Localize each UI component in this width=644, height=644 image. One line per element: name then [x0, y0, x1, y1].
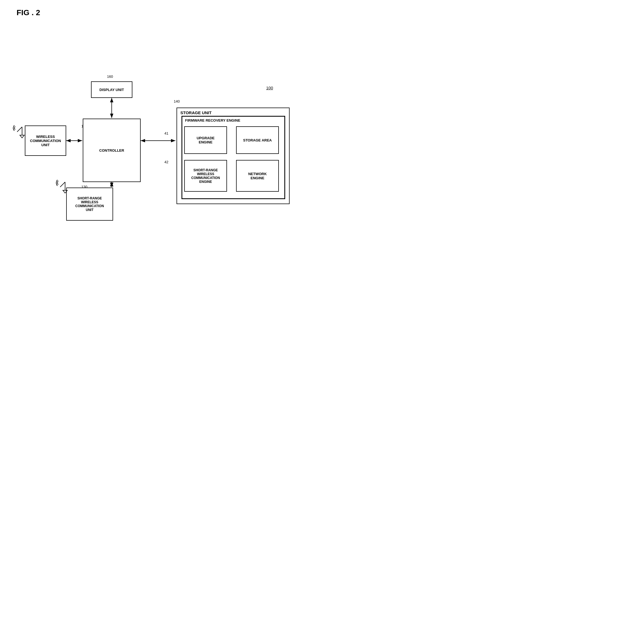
display-unit-box: DISPLAY UNIT	[91, 81, 132, 98]
ref-140: 140	[174, 99, 180, 103]
diagram: FIG . 2 100 160 110 120 130 140 40 41 42…	[0, 0, 303, 303]
short-range-engine-label: SHORT-RANGE WIRELESS COMMUNICATION ENGIN…	[191, 168, 220, 184]
short-range-label: SHORT-RANGE WIRELESS COMMUNICATION UNIT	[75, 196, 104, 212]
ref-100: 100	[266, 85, 273, 90]
short-range-engine-box: SHORT-RANGE WIRELESS COMMUNICATION ENGIN…	[184, 160, 227, 192]
ref-42: 42	[164, 160, 168, 164]
svg-marker-8	[20, 135, 24, 138]
network-engine-label: NETWORK ENGINE	[248, 172, 267, 180]
fig-label: FIG . 2	[17, 8, 40, 17]
storage-area-box: STORAGE AREA	[236, 126, 279, 154]
ref-41: 41	[164, 131, 168, 135]
display-unit-label: DISPLAY UNIT	[100, 88, 124, 92]
storage-area-label: STORAGE AREA	[243, 138, 272, 142]
upgrade-engine-label: UPGRADE ENGINE	[197, 136, 215, 144]
ref-160: 160	[107, 74, 113, 79]
wireless-comm-label: WIRELESS COMMUNICATION UNIT	[30, 135, 61, 147]
storage-unit-label: STORAGE UNIT	[180, 110, 212, 115]
controller-label: CONTROLLER	[99, 148, 124, 153]
upgrade-engine-box: UPGRADE ENGINE	[184, 126, 227, 154]
network-engine-box: NETWORK ENGINE	[236, 160, 279, 192]
firmware-recovery-label: FIRMWARE RECOVERY ENGINE	[185, 118, 240, 122]
svg-line-9	[60, 182, 65, 187]
controller-box: CONTROLLER	[83, 119, 141, 182]
svg-line-6	[17, 127, 22, 132]
wireless-comm-box: WIRELESS COMMUNICATION UNIT	[25, 125, 66, 156]
short-range-box: SHORT-RANGE WIRELESS COMMUNICATION UNIT	[66, 188, 113, 221]
